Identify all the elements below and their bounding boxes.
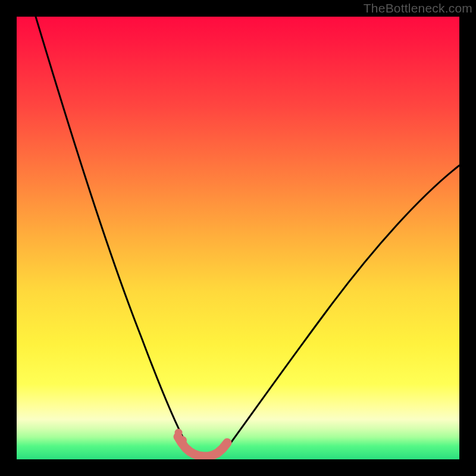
optimum-marker-dot xyxy=(178,436,187,444)
chart-svg xyxy=(17,17,459,459)
chart-frame xyxy=(17,17,459,459)
watermark-text: TheBottleneck.com xyxy=(364,1,472,15)
bottleneck-curve-left xyxy=(36,17,207,457)
bottleneck-curve-right xyxy=(207,165,459,457)
optimum-marker-dot xyxy=(175,429,183,437)
